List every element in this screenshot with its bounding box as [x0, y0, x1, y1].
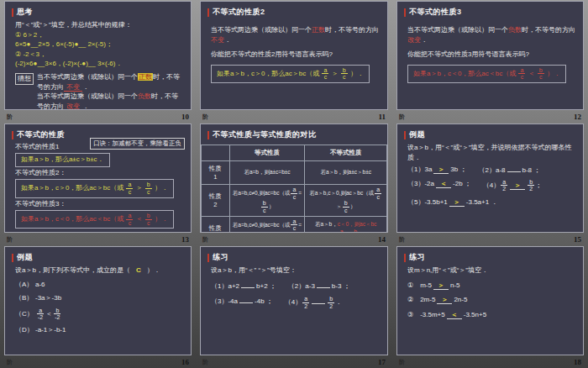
slide-title: 例题	[17, 252, 33, 263]
subheading: 不等式的性质2：	[15, 169, 183, 177]
question-item: （1）a+2b+2 ；	[211, 281, 276, 292]
slide-thumbnail-12[interactable]: 不等式的性质3 当不等式两边乘（或除以）同一个负数时，不等号的方向改变． 你能把…	[396, 1, 584, 110]
fraction: b2	[528, 179, 534, 192]
row-label: 性质2	[202, 185, 230, 217]
page-strip: 阶 13	[4, 233, 192, 245]
page-strip: 阶 15	[396, 233, 584, 245]
slide-title: 练习	[213, 252, 228, 263]
fraction: b2	[328, 296, 334, 309]
answer-gt: ＞	[449, 198, 465, 207]
slide-thumbnail-10[interactable]: 思考 用“＜”或“＞”填空，并总结其中的规律： ① 6＞2， 6×5●__2×5…	[4, 1, 192, 110]
slide-thumbnail-16[interactable]: 例题 设a＞b，则下列不等式中，成立的是（C）． （A）a-6 （B）-3a＞-…	[4, 246, 192, 355]
question-item: （1）3a＞3b ；	[407, 165, 466, 176]
fraction: a2	[302, 296, 309, 309]
watermark-logo: 阶	[7, 113, 13, 121]
fraction: ac	[339, 229, 345, 233]
inequality-rule: 若a＞b，则a±c＞b±c	[305, 161, 387, 185]
fraction: bc	[343, 200, 349, 213]
page-number: 16	[181, 358, 189, 366]
fraction: ac	[322, 67, 328, 81]
slide-title-row: 例题	[5, 247, 191, 265]
page-strip: 阶 10	[4, 110, 192, 123]
answer-gt: ＞	[437, 296, 452, 304]
slide-title-row: 练习	[397, 247, 583, 265]
slide-thumbnail-11[interactable]: 不等式的性质2 当不等式两边乘（或除以）同一个正数时，不等号的方向不变． 你能把…	[200, 1, 388, 110]
fraction: a2	[501, 179, 507, 192]
table-corner-cell	[202, 145, 230, 161]
fraction: a-2	[36, 308, 45, 321]
page-number: 15	[574, 235, 581, 244]
intro-line: 用“＜”或“＞”填空，并总结其中的规律：	[15, 20, 183, 30]
fraction: ac	[375, 187, 381, 200]
prompt-line: 你能把不等式的性质2用符号语言表示吗?	[211, 50, 380, 60]
column-header-inequality: 不等式性质	[305, 145, 387, 161]
question-line: ① 6＞2，	[15, 30, 183, 40]
conjecture-line: 当不等式两边乘（或除以）同一个负数时，不等号的方向改变．	[37, 92, 183, 110]
watermark-logo: 阶	[202, 235, 208, 244]
fraction: bc	[538, 67, 544, 81]
question-item: ② 2m-5＞2n-5	[407, 295, 575, 305]
answer-blank	[507, 165, 521, 172]
slide-title-row: 不等式的性质3	[397, 2, 583, 19]
page-strip: 阶 12	[396, 110, 584, 123]
title-accent-bar	[404, 131, 406, 139]
slide-cell-18: 练习 设m＞n,用“＜”或“＞”填空． ① m-5＞n-5 ② 2m-5＞2n-…	[392, 245, 588, 368]
page-strip: 阶 18	[396, 355, 584, 368]
title-accent-bar	[207, 8, 209, 17]
slide-cell-12: 不等式的性质3 当不等式两边乘（或除以）同一个负数时，不等号的方向改变． 你能把…	[392, 0, 588, 123]
conjecture-line: 当不等式两边乘（或除以）同一个正数时，不等号的方向不变．	[37, 72, 183, 92]
question-line: ② -2＜3，	[15, 50, 183, 60]
answer-choice: C	[132, 266, 145, 274]
slide-title-row: 例题	[397, 124, 583, 142]
question-item: （4）a2b2．	[285, 296, 342, 309]
slide-cell-14: 不等式性质与等式性质的对比 等式性质 不等式性质 性质1 若a=b，则a±c=b…	[196, 123, 392, 245]
fraction: bc	[352, 229, 359, 233]
conjecture-block: 猜想 当不等式两边乘（或除以）同一个正数时，不等号的方向不变． 当不等式两边乘（…	[15, 72, 183, 110]
watermark-logo: 阶	[202, 113, 208, 121]
row-label: 性质3	[202, 216, 230, 233]
page-number: 10	[181, 113, 189, 121]
option-c: （C）a-2＜b-2	[15, 308, 183, 321]
fraction: bc	[145, 181, 152, 195]
watermark-logo: 阶	[7, 358, 13, 366]
page-number: 11	[378, 113, 386, 121]
slide-thumbnail-18[interactable]: 练习 设m＞n,用“＜”或“＞”填空． ① m-5＞n-5 ② 2m-5＞2n-…	[396, 246, 584, 355]
equality-rule: 若a=b,c≠0,则ac=bc（或ac=bc）	[229, 216, 305, 233]
question-item: （2）a-3b-3 ；	[288, 281, 350, 292]
answer-lt: ＜	[447, 311, 462, 319]
formula-box: 如果a＞b，c＜0，那么ac＜bc（或 ac ＜ bc ）．	[407, 65, 566, 83]
highlight-negative: 负数	[138, 92, 151, 100]
intro-line: 设a＞b，则下列不等式中，成立的是（C）．	[15, 265, 183, 276]
slide-title-row: 练习	[201, 247, 387, 265]
question-item: （2）a-8b-8 ；	[478, 165, 540, 176]
slide-thumbnail-15[interactable]: 例题 设a＞b，用“＜”或“＞”填空，并说明依据不等式的哪条性质． （1）3a＞…	[396, 124, 584, 233]
formula-box: 如果a＞b，c＞0，那么ac＞bc（或 ac ＞ bc ）．	[211, 65, 370, 83]
slide-thumbnail-14[interactable]: 不等式性质与等式性质的对比 等式性质 不等式性质 性质1 若a=b，则a±c=b…	[200, 124, 388, 233]
slide-thumbnail-17[interactable]: 练习 设a＞b，用“＜” “＞”号填空： （1）a+2b+2 ； （2）a-3b…	[200, 246, 388, 355]
answer-gt: ＞	[433, 281, 449, 290]
page-strip: 阶 17	[200, 355, 388, 368]
slide-thumbnail-13[interactable]: 口诀：加减都不变，乘除看正负 不等式的性质 不等式的性质1 如果a＞b，那么a±…	[4, 124, 192, 233]
equality-rule: 若a=b,c≠0,则ac=bc（或ac=bc）	[229, 185, 305, 217]
slide-cell-15: 例题 设a＞b，用“＜”或“＞”填空，并说明依据不等式的哪条性质． （1）3a＞…	[392, 123, 588, 245]
slide-cell-13: 口诀：加减都不变，乘除看正负 不等式的性质 不等式的性质1 如果a＞b，那么a±…	[0, 123, 196, 245]
title-accent-bar	[12, 8, 13, 17]
fraction: ac	[126, 181, 133, 195]
intro-line: 设a＞b，用“＜”或“＞”填空，并说明依据不等式的哪条性质．	[407, 143, 575, 162]
table-row: 性质3 若a=b,c≠0,则ac=bc（或ac=bc） 若a＞b，c＜0，则ac…	[202, 216, 387, 233]
watermark-logo: 阶	[202, 358, 208, 366]
page-number: 18	[574, 358, 581, 366]
page-strip: 阶 11	[200, 110, 388, 123]
title-accent-bar	[207, 254, 209, 262]
slide-title: 不等式的性质2	[213, 7, 265, 18]
option-b: （B）-3a＞-3b	[15, 293, 183, 303]
fraction: ac	[291, 218, 297, 232]
subheading: 不等式的性质3：	[15, 200, 183, 208]
fraction: bc	[261, 232, 268, 233]
page-number: 12	[574, 113, 581, 121]
answer-changed: 改变	[64, 103, 82, 110]
slide-title-row: 不等式性质与等式性质的对比	[201, 124, 387, 142]
prompt-line: 你能把不等式的性质3用符号语言表示吗?	[407, 50, 575, 60]
title-accent-bar	[12, 131, 13, 139]
answer-blank	[241, 281, 255, 288]
